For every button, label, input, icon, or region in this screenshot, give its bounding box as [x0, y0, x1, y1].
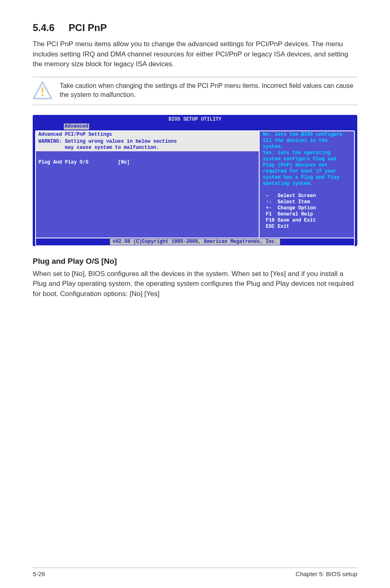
bios-left-blank: [36, 151, 259, 159]
arrow-ud-icon: ↑↓: [266, 199, 271, 205]
f10-icon: F10: [266, 218, 275, 223]
caution-box: Take caution when changing the settings …: [33, 77, 357, 105]
caution-text: Take caution when changing the settings …: [60, 81, 357, 100]
f1-icon: F1: [266, 211, 271, 217]
bios-left-pane: Advanced PCI/PnP Settings WARNING: Setti…: [36, 131, 260, 238]
bios-tab-advanced[interactable]: Advanced: [64, 123, 89, 130]
page-footer: 5-26 Chapter 5: BIOS setup: [33, 568, 357, 577]
key-label: Save and Exit: [278, 218, 316, 223]
svg-rect-1: [42, 87, 43, 93]
subsection-header: Plug and Play O/S [No]: [33, 257, 357, 266]
plusminus-icon: +-: [266, 205, 271, 211]
section-header: 5.4.6 PCI PnP: [33, 22, 357, 34]
bios-warning-line2: may cause system to malfunction.: [38, 145, 159, 150]
chapter-label: Chapter 5: BIOS setup: [296, 570, 357, 577]
key-label: Change Option: [278, 205, 316, 211]
esc-icon: ESC: [266, 224, 275, 229]
bios-help-text: No: lets the BIOS configure all the devi…: [263, 132, 351, 187]
bios-left-warning: WARNING: Setting wrong values in below s…: [36, 138, 259, 151]
subsection-body: When set to [No], BIOS configures all th…: [33, 269, 357, 299]
bios-footer: v02.58 (C)Copyright 1985-2008, American …: [35, 238, 355, 246]
section-number: 5.4.6: [33, 22, 54, 33]
key-label: Select Screen: [278, 193, 316, 199]
bios-row-label: Plug And Play O/S: [38, 159, 88, 165]
key-label: Select Item: [278, 199, 310, 205]
bios-selected-row[interactable]: Plug And Play O/S [No]: [36, 159, 259, 166]
bios-footer-text: v02.58 (C)Copyright 1985-2008, American …: [110, 239, 280, 245]
arrow-lr-icon: ↔: [266, 193, 269, 199]
bios-key-legend: ↔ Select Screen ↑↓ Select Item +- Change…: [263, 187, 351, 236]
page-number: 5-26: [33, 570, 45, 577]
bios-screenshot: BIOS SETUP UTILITY Advanced Advanced PCI…: [33, 115, 357, 246]
bios-tab-bar: Advanced: [35, 123, 355, 130]
bios-row-value: [No]: [118, 159, 130, 165]
svg-point-2: [41, 94, 43, 96]
section-intro-text: The PCI PnP menu items allow you to chan…: [33, 39, 357, 70]
key-label: Exit: [278, 224, 289, 229]
bios-title: BIOS SETUP UTILITY: [35, 117, 355, 123]
bios-left-heading: Advanced PCI/PnP Settings: [36, 131, 259, 138]
key-label: General Help: [278, 211, 313, 217]
caution-icon: [33, 81, 52, 99]
bios-panel: Advanced PCI/PnP Settings WARNING: Setti…: [35, 130, 355, 238]
section-title: PCI PnP: [69, 22, 107, 33]
bios-warning-line1: WARNING: Setting wrong values in below s…: [38, 139, 177, 144]
bios-right-pane: No: lets the BIOS configure all the devi…: [260, 131, 354, 238]
